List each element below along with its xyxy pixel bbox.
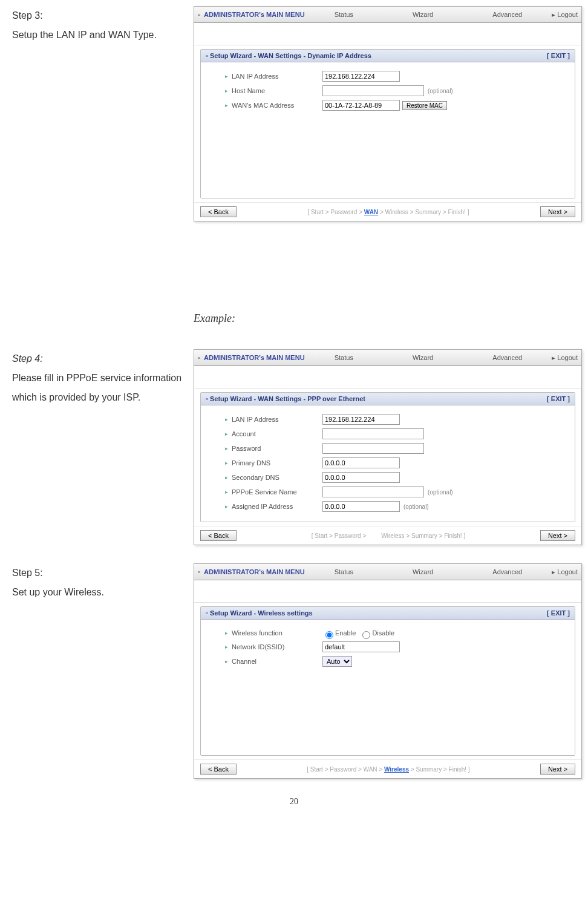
- channel-select[interactable]: Auto: [322, 656, 352, 667]
- tab-status[interactable]: Status: [330, 568, 358, 575]
- wizard-window-step5: ▫ ADMINISTRATOR's MAIN MENU Status Wizar…: [194, 563, 582, 779]
- p2-svc-input[interactable]: [322, 487, 424, 497]
- p2-account-input[interactable]: [322, 428, 424, 439]
- menu-icon: ▫: [198, 11, 204, 18]
- ssid-label: Network ID(SSID): [232, 643, 322, 650]
- step4-text: Step 4: Please fill in PPPoE service inf…: [12, 349, 194, 407]
- tab-advanced[interactable]: Advanced: [488, 568, 527, 575]
- p2-password-input[interactable]: [322, 443, 424, 454]
- step5-desc: Set up your Wireless.: [12, 583, 188, 602]
- step5-title: Step 5:: [12, 563, 188, 583]
- ssid-input[interactable]: [322, 641, 400, 652]
- hostname-input[interactable]: [322, 85, 424, 96]
- breadcrumb: [ Start > Password > WAN > Wireless > Su…: [237, 766, 540, 773]
- breadcrumb: [ Start > Password > WAN > Wireless > Su…: [237, 209, 540, 215]
- tab-wizard[interactable]: Wizard: [408, 568, 438, 575]
- tab-advanced[interactable]: Advanced: [488, 11, 527, 18]
- p2-sdns-input[interactable]: [322, 472, 400, 483]
- step4-title: Step 4:: [12, 349, 188, 369]
- p2-password-label: Password: [232, 445, 322, 452]
- top-menu: ▫ ADMINISTRATOR's MAIN MENU Status Wizar…: [194, 7, 581, 23]
- step3-desc: Setup the LAN IP and WAN Type.: [12, 25, 188, 45]
- p2-aip-hint: (optional): [403, 503, 429, 510]
- panel3-title: Setup Wizard - Wireless settings: [210, 609, 313, 617]
- next-button[interactable]: Next >: [540, 530, 575, 541]
- panel2-title: Setup Wizard - WAN Settings - PPP over E…: [210, 395, 365, 402]
- wizard-window-step4: ▫ ADMINISTRATOR's MAIN MENU Status Wizar…: [194, 349, 582, 545]
- p2-sdns-label: Secondary DNS: [232, 474, 322, 481]
- tab-status[interactable]: Status: [330, 11, 358, 18]
- breadcrumb: [ Start > Password > Wireless > Summary …: [237, 532, 540, 539]
- step3-title: Step 3:: [12, 6, 188, 25]
- hostname-label: Host Name: [232, 87, 322, 94]
- tab-wizard[interactable]: Wizard: [408, 354, 438, 361]
- back-button[interactable]: < Back: [200, 764, 237, 775]
- p2-svc-hint: (optional): [428, 489, 453, 496]
- main-menu-label[interactable]: ADMINISTRATOR's MAIN MENU: [204, 568, 305, 575]
- main-menu-label[interactable]: ADMINISTRATOR's MAIN MENU: [204, 11, 305, 18]
- tab-status[interactable]: Status: [330, 354, 358, 361]
- panel1-exit[interactable]: [ EXIT ]: [547, 52, 570, 59]
- logout-link[interactable]: ▸ Logout: [552, 354, 578, 362]
- p2-account-label: Account: [232, 430, 322, 437]
- logout-link[interactable]: ▸ Logout: [552, 568, 578, 576]
- wifi-disable-radio[interactable]: [362, 631, 370, 639]
- p2-svc-label: PPPoE Service Name: [232, 488, 322, 496]
- next-button[interactable]: Next >: [540, 764, 575, 775]
- lanip-label: LAN IP Address: [232, 73, 322, 80]
- panel2-exit[interactable]: [ EXIT ]: [547, 395, 570, 402]
- p2-aip-input[interactable]: [322, 501, 400, 512]
- tab-wizard[interactable]: Wizard: [408, 11, 438, 18]
- next-button[interactable]: Next >: [540, 206, 575, 217]
- p2-pdns-input[interactable]: [322, 457, 400, 468]
- step4-desc: Please fill in PPPoE service information…: [12, 369, 188, 407]
- panel3-exit[interactable]: [ EXIT ]: [547, 609, 570, 617]
- wizard-window-step3: ▫ ADMINISTRATOR's MAIN MENU Status Wizar…: [194, 6, 582, 221]
- wifi-enable-radio[interactable]: [325, 631, 333, 639]
- channel-label: Channel: [232, 658, 322, 665]
- restore-mac-button[interactable]: Restore MAC: [402, 101, 447, 110]
- wifi-enable-label: Enable: [335, 629, 356, 637]
- hostname-hint: (optional): [428, 88, 453, 94]
- main-menu-label[interactable]: ADMINISTRATOR's MAIN MENU: [204, 354, 305, 361]
- page-number: 20: [12, 797, 576, 807]
- mac-input[interactable]: [322, 100, 400, 111]
- p2-lanip-label: LAN IP Address: [232, 416, 322, 423]
- panel1-title: Setup Wizard - WAN Settings - Dynamic IP…: [210, 52, 371, 59]
- p2-lanip-input[interactable]: [322, 414, 400, 425]
- tab-advanced[interactable]: Advanced: [488, 354, 527, 361]
- logout-link[interactable]: ▸ Logout: [552, 11, 578, 19]
- mac-label: WAN's MAC Address: [232, 102, 322, 109]
- back-button[interactable]: < Back: [200, 530, 237, 541]
- wifi-func-label: Wireless function: [232, 629, 322, 637]
- back-button[interactable]: < Back: [200, 206, 237, 217]
- wifi-disable-label: Disable: [372, 629, 394, 637]
- step5-text: Step 5: Set up your Wireless.: [12, 563, 194, 602]
- example-label: Example:: [194, 312, 582, 325]
- step3-text: Step 3: Setup the LAN IP and WAN Type.: [12, 6, 194, 45]
- p2-pdns-label: Primary DNS: [232, 459, 322, 467]
- p2-aip-label: Assigned IP Address: [232, 503, 322, 510]
- lanip-input[interactable]: [322, 71, 400, 82]
